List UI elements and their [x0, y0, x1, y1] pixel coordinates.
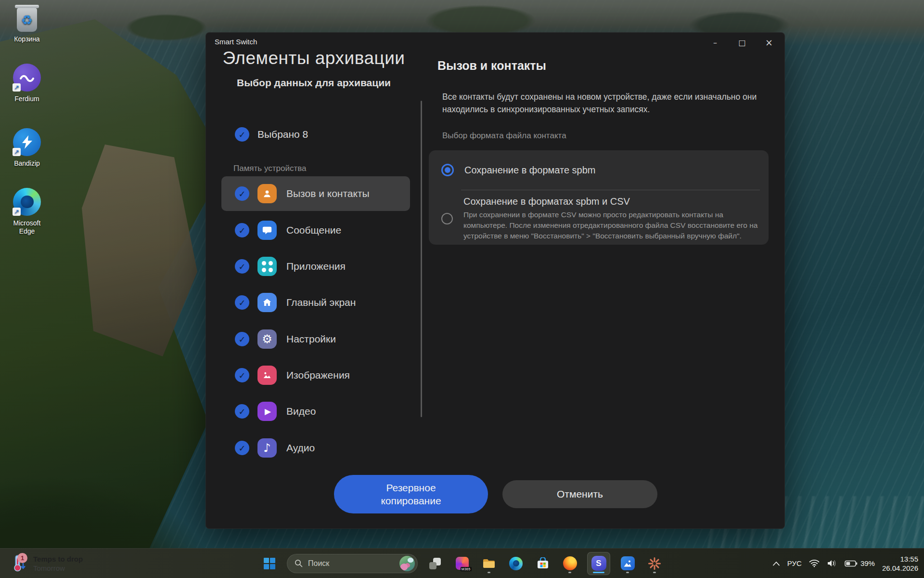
clock[interactable]: 13:55 26.04.2026	[882, 554, 918, 573]
checkmark-icon[interactable]: ✓	[235, 223, 249, 237]
checkmark-icon[interactable]: ✓	[235, 404, 249, 419]
option-label: Сохранение в форматах spbm и CSV	[463, 196, 758, 207]
list-item-calls-contacts[interactable]: ✓ Вызов и контакты	[221, 176, 410, 211]
format-options-card: Сохранение в формате spbm Сохранение в ф…	[429, 150, 769, 245]
taskbar: 1 Temps to drop Tomorrow	[0, 548, 924, 578]
checkmark-icon[interactable]: ✓	[235, 441, 249, 455]
taskbar-edge[interactable]	[506, 553, 526, 574]
wifi-icon[interactable]	[809, 559, 820, 567]
list-item-label: Видео	[286, 406, 316, 417]
smart-switch-window: Smart Switch – □ × Элементы архивации Вы…	[205, 32, 785, 529]
list-item-home-screen[interactable]: ✓ Главный экран	[221, 285, 410, 320]
widget-subtext: Tomorrow	[33, 564, 83, 573]
list-item-images[interactable]: ✓ Изображения	[221, 358, 410, 393]
list-item-messages[interactable]: ✓ Сообщение	[221, 213, 410, 248]
list-item-label: Главный экран	[286, 297, 356, 308]
list-item-label: Вызов и контакты	[286, 188, 370, 199]
window-controls: – □ ×	[702, 34, 783, 51]
search-placeholder: Поиск	[308, 559, 394, 568]
page-subtitle: Выбор данных для архивации	[206, 77, 422, 89]
backup-button-label: Резервное копирование	[369, 481, 453, 507]
option-spbm[interactable]: Сохранение в формате spbm	[429, 150, 769, 190]
list-item-label: Сообщение	[286, 224, 341, 236]
detail-title: Вызов и контакты	[437, 59, 546, 73]
checkmark-icon[interactable]: ✓	[235, 259, 249, 274]
search-box[interactable]: Поиск	[287, 554, 418, 573]
recycle-bin-icon: ♻	[17, 8, 37, 32]
battery-percent: 39%	[860, 559, 875, 567]
desktop-icon-label: Ferdium	[14, 95, 39, 103]
taskbar-file-explorer[interactable]	[479, 553, 499, 574]
task-view-button[interactable]	[425, 553, 445, 574]
window-title: Smart Switch	[215, 38, 257, 46]
messages-icon	[257, 221, 277, 240]
checkmark-icon[interactable]: ✓	[235, 295, 249, 310]
taskbar-microsoft-store[interactable]	[533, 553, 552, 574]
taskbar-photos[interactable]	[618, 553, 637, 574]
search-daily-image[interactable]	[399, 556, 415, 571]
search-icon	[295, 559, 303, 567]
desktop-icon-label: Корзина	[14, 35, 39, 43]
desktop-icon-label: Microsoft Edge	[7, 219, 47, 236]
desktop-icon-ferdium[interactable]: ↗ Ferdium	[4, 64, 50, 103]
list-item-apps[interactable]: ✓ Приложения	[221, 249, 410, 284]
volume-icon[interactable]	[827, 559, 837, 567]
running-indicator	[626, 572, 629, 573]
option-description: При сохранении в формате CSV можно прост…	[463, 210, 758, 241]
taskbar-center: Поиск M365	[260, 549, 664, 578]
cancel-button[interactable]: Отменить	[502, 480, 657, 508]
shortcut-arrow-icon: ↗	[13, 148, 21, 156]
running-indicator	[488, 572, 490, 573]
weather-widget[interactable]: 1 Temps to drop Tomorrow	[8, 549, 87, 578]
file-explorer-icon	[482, 558, 496, 569]
list-item-audio[interactable]: ✓ ♪ Аудио	[221, 431, 410, 465]
selected-summary[interactable]: ✓ Выбрано 8	[235, 127, 308, 142]
checkmark-icon[interactable]: ✓	[235, 186, 249, 201]
minimize-button[interactable]: –	[702, 34, 729, 51]
taskbar-firefox[interactable]	[560, 553, 579, 574]
battery-icon	[845, 560, 858, 567]
selected-summary-label: Выбрано 8	[257, 129, 308, 140]
list-item-settings[interactable]: ✓ ⚙ Настройки	[221, 322, 410, 356]
desktop-icon-recycle-bin[interactable]: ♻ Корзина	[4, 4, 50, 43]
battery-status[interactable]: 39%	[845, 559, 875, 567]
list-item-label: Изображения	[286, 369, 350, 381]
list-item-label: Настройки	[286, 333, 336, 345]
checkmark-icon[interactable]: ✓	[235, 127, 249, 142]
backup-button[interactable]: Резервное копирование	[334, 475, 488, 513]
maximize-button[interactable]: □	[729, 34, 756, 51]
shortcut-arrow-icon: ↗	[13, 83, 21, 92]
contacts-icon	[257, 184, 277, 203]
cancel-button-label: Отменить	[557, 488, 603, 500]
taskbar-m365-copilot[interactable]: M365	[452, 553, 472, 574]
windows-logo-icon	[263, 557, 276, 570]
desktop-icon-microsoft-edge[interactable]: ↗ Microsoft Edge	[4, 188, 50, 236]
m365-copilot-icon: M365	[456, 557, 469, 570]
system-tray: РУС 39% 13:55	[772, 549, 918, 578]
tray-chevron-up-icon[interactable]	[772, 561, 780, 566]
thermometer-icon: 1	[12, 554, 28, 573]
close-button[interactable]: ×	[756, 34, 783, 51]
video-icon: ▶	[257, 402, 277, 421]
task-view-icon	[429, 558, 441, 569]
option-spbm-csv[interactable]: Сохранение в форматах spbm и CSV При сох…	[429, 190, 769, 241]
page-title: Элементы архивации	[206, 48, 422, 68]
gear-icon: ⚙	[262, 332, 272, 346]
radio-selected-icon[interactable]	[441, 164, 454, 176]
checkmark-icon[interactable]: ✓	[235, 332, 249, 346]
active-window-indicator	[593, 572, 604, 573]
taskbar-claude[interactable]	[645, 553, 664, 574]
detail-description: Все контакты будут сохранены на новом ус…	[442, 91, 758, 116]
settings-icon: ⚙	[257, 329, 277, 349]
language-indicator[interactable]: РУС	[787, 559, 802, 567]
taskbar-smart-switch-active[interactable]: S	[587, 553, 610, 574]
checkmark-icon[interactable]: ✓	[235, 368, 249, 382]
radio-unselected-icon[interactable]	[441, 213, 453, 224]
list-item-video[interactable]: ✓ ▶ Видео	[221, 394, 410, 429]
list-scrollbar[interactable]	[421, 101, 422, 417]
home-icon	[257, 293, 277, 312]
desktop-icon-bandizip[interactable]: ↗ Bandizip	[4, 128, 50, 168]
recycle-symbol-icon: ♻	[21, 13, 33, 26]
play-icon: ▶	[265, 407, 271, 416]
start-button[interactable]	[260, 553, 279, 574]
